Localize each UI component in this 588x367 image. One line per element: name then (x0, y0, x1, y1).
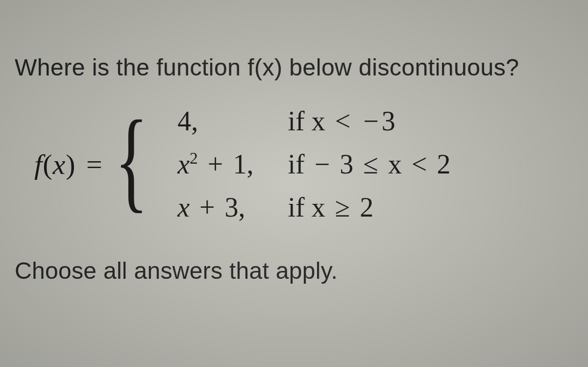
piece-3-expr: x + 3, (177, 192, 253, 223)
left-brace-icon: { (115, 114, 148, 207)
piece-2-expr: x2 + 1, (177, 148, 253, 180)
function-lhs: f(x) = (34, 148, 106, 181)
piece-1-cond: if x < −3 (288, 105, 450, 137)
piece-3-cond: if x ≥ 2 (288, 192, 450, 223)
pieces-grid: 4, if x < −3 x2 + 1, if − 3 ≤ x < 2 x + … (177, 105, 450, 223)
piecewise-function: f(x) = { 4, if x < −3 x2 + 1, if − 3 ≤ x… (34, 105, 573, 223)
piece-1-expr: 4, (177, 105, 253, 137)
piece-2-cond: if − 3 ≤ x < 2 (288, 148, 450, 180)
instructions-text: Choose all answers that apply. (15, 257, 573, 284)
question-text: Where is the function f(x) below discont… (15, 54, 573, 81)
